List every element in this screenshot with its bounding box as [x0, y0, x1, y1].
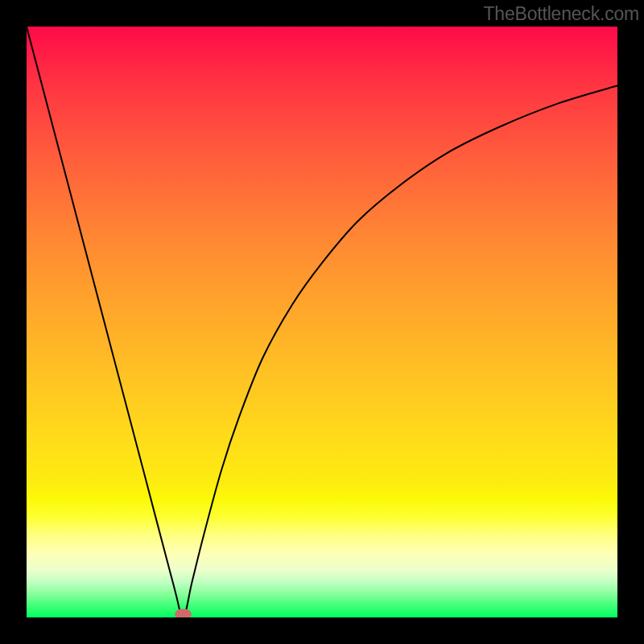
- plot-area: [27, 27, 617, 617]
- gradient-background: [27, 27, 617, 617]
- watermark-text: TheBottleneck.com: [484, 3, 639, 25]
- chart-frame: TheBottleneck.com: [0, 0, 644, 644]
